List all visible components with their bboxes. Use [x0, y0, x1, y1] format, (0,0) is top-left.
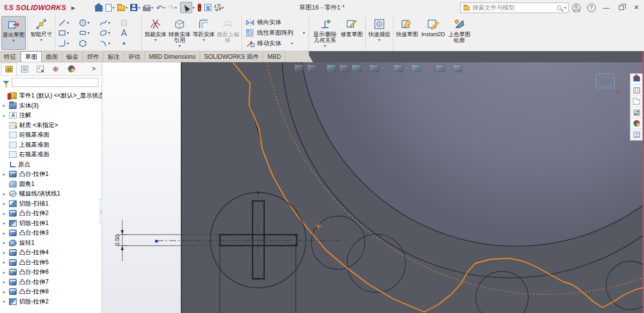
options-button[interactable]: ▾ [213, 2, 225, 14]
chevron-down-icon[interactable]: ▾ [138, 6, 140, 10]
tab-sheet-metal[interactable]: 钣金 [62, 52, 83, 62]
command-list-button[interactable] [203, 2, 212, 14]
polygon-tool[interactable] [78, 39, 98, 48]
search-icon[interactable] [557, 6, 561, 10]
chevron-down-icon[interactable]: ▾ [465, 66, 467, 70]
ellipse-tool[interactable]: ▾ [99, 29, 118, 37]
cancel-sketch-icon[interactable]: × [616, 86, 621, 96]
edit-appearance-button[interactable] [411, 64, 421, 72]
chevron-down-icon[interactable]: ▾ [378, 38, 380, 42]
tab-surfaces[interactable]: 曲面 [42, 52, 62, 62]
expand-arrow-icon[interactable] [3, 103, 9, 108]
help-button[interactable]: ? [584, 1, 599, 15]
tree-item-origin[interactable]: 原点 [0, 160, 102, 170]
filter-funnel-icon[interactable] [3, 81, 9, 84]
chevron-down-icon[interactable]: ▾ [67, 41, 69, 46]
tree-item-annotations[interactable]: 注解 [0, 111, 102, 121]
chevron-down-icon[interactable]: ▾ [67, 31, 69, 35]
redo-button[interactable]: ↷▾ [167, 2, 178, 14]
circle-tool[interactable]: ▾ [78, 19, 98, 27]
view-settings-button[interactable] [453, 64, 462, 72]
panel-tabs-overflow[interactable]: > [86, 63, 102, 75]
chevron-down-icon[interactable]: ▾ [88, 31, 90, 35]
tab-features[interactable]: 特征 [0, 52, 21, 62]
expand-arrow-icon[interactable] [3, 250, 9, 255]
displaymanager-tab[interactable] [63, 63, 79, 75]
confirm-exit-sketch-icon[interactable] [596, 73, 615, 88]
chevron-down-icon[interactable]: ▾ [151, 6, 153, 10]
display-style-button[interactable] [369, 64, 379, 72]
dimxpertmanager-tab[interactable]: ⊕ [48, 63, 63, 75]
tree-item-cut-extrude2[interactable]: 切除-拉伸2 [0, 297, 102, 307]
tree-item-boss-extrude7[interactable]: 凸台-拉伸7 [0, 277, 102, 287]
tree-item-solid-bodies[interactable]: 实体(3) [0, 101, 102, 111]
design-library-button[interactable] [630, 85, 642, 96]
chevron-down-icon[interactable]: ▾ [88, 21, 90, 25]
mirror-entities-button[interactable]: 镜向实体 [246, 18, 305, 27]
expand-arrow-icon[interactable] [3, 240, 9, 245]
open-button[interactable]: ▾ [116, 2, 128, 14]
sketch-point[interactable] [155, 240, 158, 243]
chevron-down-icon[interactable]: ▾ [154, 38, 156, 42]
zoom-fit-button[interactable] [294, 64, 304, 72]
chevron-down-icon[interactable]: ▾ [193, 6, 195, 10]
expand-arrow-icon[interactable] [3, 270, 9, 275]
point-tool[interactable] [120, 39, 139, 48]
chevron-down-icon[interactable]: ▾ [291, 41, 293, 46]
expand-arrow-icon[interactable] [3, 299, 9, 304]
tree-item-boss-extrude6[interactable]: 凸台-拉伸6 [0, 267, 102, 277]
offset-entities-button[interactable]: 等距实体 ▾ [192, 16, 216, 50]
tab-annotations[interactable]: 标注 [104, 52, 124, 62]
indicator-button[interactable] [197, 2, 202, 14]
sketch-vertex[interactable] [295, 235, 297, 237]
tab-weldments[interactable]: 焊件 [83, 52, 104, 62]
appearances-scenes-button[interactable] [630, 118, 642, 129]
apply-scene-button[interactable] [435, 64, 445, 72]
tree-item-boss-extrude1[interactable]: 凸台-拉伸1 [0, 169, 102, 179]
convert-entities-button[interactable]: 转换实体引用 ▾ [168, 16, 192, 50]
menu-expand-icon[interactable]: ▶ [71, 5, 75, 11]
view-orientation-button[interactable] [352, 64, 361, 72]
exit-sketch-button[interactable]: 退出草图 ▾ [2, 16, 26, 50]
view-palette-button[interactable] [630, 107, 642, 118]
shaded-contours-button[interactable]: 上色草图轮廓 [447, 16, 471, 50]
select-tool-button[interactable]: ▾ [179, 2, 196, 14]
expand-arrow-icon[interactable] [3, 231, 9, 236]
trim-entities-button[interactable]: 剪裁实体 ▾ [143, 16, 168, 50]
file-explorer-button[interactable] [630, 96, 642, 107]
tree-item-right-plane[interactable]: 右视基准面 [0, 150, 102, 160]
tab-mbd[interactable]: MBD [263, 52, 285, 62]
dimension-value[interactable]: 0.50 [114, 235, 120, 246]
chevron-down-icon[interactable]: ▾ [13, 38, 15, 43]
expand-arrow-icon[interactable] [3, 221, 9, 226]
zoom-area-button[interactable] [307, 64, 316, 72]
quick-snaps-button[interactable]: 快速捕捉 ▾ [367, 16, 391, 50]
rectangle-tool[interactable]: ▾ [58, 29, 77, 37]
graphics-viewport[interactable]: 0.50 [102, 62, 644, 313]
expand-arrow-icon[interactable] [3, 211, 9, 216]
section-view-button[interactable] [339, 64, 349, 72]
chevron-down-icon[interactable]: ▾ [40, 38, 42, 42]
repair-sketch-button[interactable]: 修复草图 [340, 16, 364, 50]
chevron-down-icon[interactable]: ▾ [424, 66, 426, 70]
tree-item-boss-extrude8[interactable]: 凸台-拉伸8 [0, 287, 102, 297]
new-document-button[interactable]: ▾ [105, 2, 115, 14]
chevron-down-icon[interactable]: ▾ [67, 21, 69, 25]
chevron-down-icon[interactable]: ▾ [203, 38, 205, 42]
tree-item-boss-extrude4[interactable]: 凸台-拉伸4 [0, 248, 102, 258]
sketch-vertex[interactable] [257, 191, 260, 194]
save-button[interactable]: ▾ [129, 2, 141, 14]
tree-item-revolve1[interactable]: 旋转1 [0, 238, 102, 248]
rapid-sketch-button[interactable]: 快速草图 [395, 16, 419, 50]
custom-properties-button[interactable] [630, 129, 642, 140]
sketch-vertex[interactable] [257, 278, 260, 280]
tree-root-part[interactable]: 零件1 (默认) <<默认>_显示状态 1> [0, 91, 102, 101]
expand-arrow-icon[interactable] [3, 289, 9, 294]
chevron-down-icon[interactable]: ▾ [448, 66, 450, 70]
minimize-button[interactable]: — [599, 1, 614, 15]
tree-item-top-plane[interactable]: 上视基准面 [0, 140, 102, 150]
chevron-down-icon[interactable]: ▾ [108, 21, 110, 25]
sketch-fillet-tool[interactable]: ▾ [58, 39, 77, 48]
tab-evaluate[interactable]: 评估 [124, 52, 145, 62]
expand-arrow-icon[interactable] [3, 191, 9, 196]
